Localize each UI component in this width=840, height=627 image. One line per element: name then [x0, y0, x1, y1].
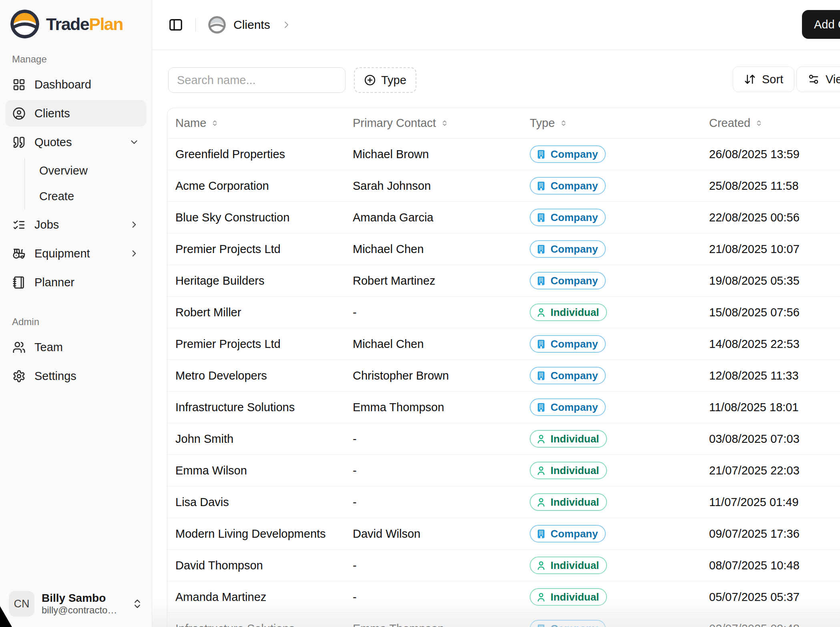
section-label-admin: Admin [6, 310, 146, 334]
table-row[interactable]: Modern Living Developments David Wilson … [167, 518, 840, 550]
table-row[interactable]: Metro Developers Christopher Brown Compa… [167, 360, 840, 392]
cell-name: Lisa Davis [167, 496, 345, 509]
section-label-manage: Manage [6, 47, 146, 71]
tractor-icon [12, 247, 26, 260]
clients-table: Name Primary Contact Type Created Greenf… [167, 108, 840, 627]
type-badge-individual: Individual [530, 430, 607, 448]
sidebar-item-team[interactable]: Team [6, 334, 146, 360]
cell-created: 21/08/2025 10:07 [701, 243, 840, 256]
column-header-type[interactable]: Type [522, 117, 701, 130]
table-row[interactable]: Robert Miller - Individual 15/08/2025 07… [167, 297, 840, 328]
cell-primary-contact: David Wilson [345, 527, 522, 541]
breadcrumb[interactable]: Clients [233, 18, 270, 32]
type-badge-company: Company [530, 145, 606, 163]
cell-type: Company [522, 177, 701, 195]
type-badge-individual: Individual [530, 493, 607, 511]
person-icon [536, 497, 547, 508]
view-button[interactable]: View [796, 66, 840, 92]
building-icon [536, 149, 547, 160]
table-row[interactable]: Premier Projects Ltd Michael Chen Compan… [167, 233, 840, 265]
breadcrumb-app-icon [208, 16, 226, 34]
cell-name: Heritage Builders [167, 274, 345, 287]
cell-created: 19/08/2025 05:35 [701, 274, 840, 287]
quote-icon [12, 136, 26, 149]
cell-primary-contact: Sarah Johnson [345, 179, 522, 193]
table-body: Greenfield Properties Michael Brown Comp… [167, 139, 840, 627]
cell-type: Individual [522, 557, 701, 574]
main-content: Clients Add Client Type Sort View Name P… [152, 0, 840, 627]
sort-button[interactable]: Sort [733, 66, 794, 92]
sidebar-toggle-icon[interactable] [168, 17, 183, 32]
cell-primary-contact: - [345, 559, 522, 572]
cell-primary-contact: Michael Chen [345, 338, 522, 351]
table-row[interactable]: John Smith - Individual 03/08/2025 07:03 [167, 423, 840, 455]
table-row[interactable]: Acme Corporation Sarah Johnson Company 2… [167, 170, 840, 202]
sidebar-subitem-create[interactable]: Create [25, 183, 146, 209]
cell-primary-contact: - [345, 464, 522, 477]
header-divider [195, 18, 196, 32]
sidebar-nav: Manage Dashboard Clients Quotes Overview… [0, 47, 152, 392]
cell-created: 22/08/2025 00:56 [701, 211, 840, 224]
person-icon [536, 434, 547, 444]
cell-name: Greenfield Properties [167, 148, 345, 161]
cell-created: 15/08/2025 07:56 [701, 306, 840, 319]
table-row[interactable]: Lisa Davis - Individual 11/07/2025 01:49 [167, 486, 840, 518]
table-row[interactable]: Greenfield Properties Michael Brown Comp… [167, 139, 840, 170]
avatar: CN [9, 591, 34, 617]
building-icon [536, 370, 547, 381]
column-header-primary-contact[interactable]: Primary Contact [345, 117, 522, 130]
cell-name: Amanda Martinez [167, 591, 345, 604]
sidebar-item-quotes[interactable]: Quotes [6, 129, 146, 155]
sidebar-item-equipment[interactable]: Equipment [6, 240, 146, 267]
search-input[interactable] [168, 67, 346, 93]
cell-primary-contact: - [345, 306, 522, 319]
chevrons-up-down-icon [210, 119, 219, 128]
sidebar-item-settings[interactable]: Settings [6, 363, 146, 389]
table-row[interactable]: Amanda Martinez - Individual 05/07/2025 … [167, 581, 840, 613]
type-badge-individual: Individual [530, 462, 607, 479]
table-row[interactable]: Premier Projects Ltd Michael Chen Compan… [167, 328, 840, 360]
type-badge-individual: Individual [530, 303, 607, 321]
sidebar-item-planner[interactable]: Planner [6, 269, 146, 295]
user-menu[interactable]: CN Billy Sambo billy@contracto… [0, 584, 152, 627]
sidebar-item-dashboard[interactable]: Dashboard [6, 71, 146, 98]
sidebar-item-clients[interactable]: Clients [6, 100, 146, 127]
chevrons-up-down-icon [440, 119, 449, 128]
mouse-cursor [0, 606, 12, 627]
type-badge-company: Company [530, 525, 606, 543]
sidebar-item-label: Planner [34, 276, 74, 289]
cell-created: 21/07/2025 22:03 [701, 464, 840, 477]
add-client-button[interactable]: Add Client [802, 10, 840, 39]
table-row[interactable]: Infrastructure Solutions Emma Thompson C… [167, 392, 840, 423]
cell-primary-contact: Christopher Brown [345, 369, 522, 382]
cell-primary-contact: - [345, 496, 522, 509]
cell-name: John Smith [167, 432, 345, 446]
table-row[interactable]: Blue Sky Construction Amanda Garcia Comp… [167, 202, 840, 233]
type-badge-company: Company [530, 398, 606, 416]
building-icon [536, 181, 547, 191]
table-row[interactable]: Heritage Builders Robert Martinez Compan… [167, 265, 840, 297]
column-header-created[interactable]: Created [701, 117, 840, 130]
cell-created: 11/08/2025 18:01 [701, 401, 840, 414]
type-filter-button[interactable]: Type [354, 67, 416, 93]
user-meta: Billy Sambo billy@contracto… [42, 591, 117, 616]
table-header-row: Name Primary Contact Type Created [167, 108, 840, 139]
cell-name: Premier Projects Ltd [167, 338, 345, 351]
column-header-name[interactable]: Name [167, 117, 345, 130]
sidebar-subitem-overview[interactable]: Overview [25, 158, 146, 183]
cell-name: David Thompson [167, 559, 345, 572]
table-row[interactable]: David Thompson - Individual 08/07/2025 1… [167, 550, 840, 581]
gear-icon [12, 370, 26, 383]
table-row[interactable]: Infrastructure Solutions Emma Thompson C… [167, 613, 840, 627]
table-row[interactable]: Emma Wilson - Individual 21/07/2025 22:0… [167, 455, 840, 486]
cell-type: Company [522, 398, 701, 416]
type-badge-company: Company [530, 272, 606, 289]
cell-created: 25/08/2025 11:58 [701, 179, 840, 193]
building-icon [536, 402, 547, 413]
sidebar: TradePlan Manage Dashboard Clients Quote… [0, 0, 152, 627]
cell-name: Robert Miller [167, 306, 345, 319]
type-badge-company: Company [530, 335, 606, 353]
notebook-icon [12, 276, 26, 289]
sidebar-item-label: Team [34, 341, 63, 354]
sidebar-item-jobs[interactable]: Jobs [6, 211, 146, 238]
